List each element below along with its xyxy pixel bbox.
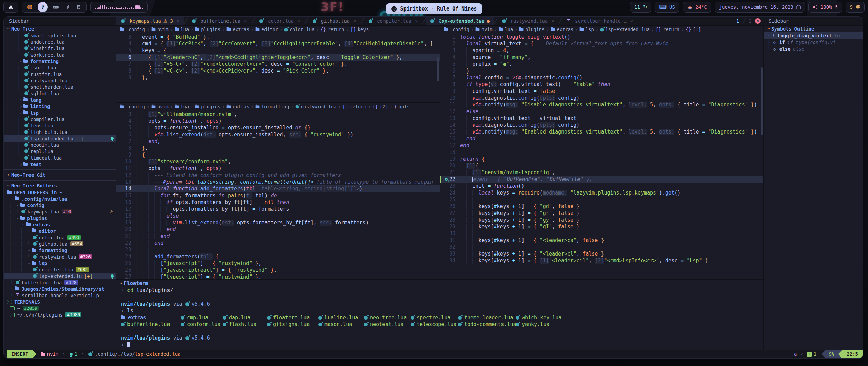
tree-item-isort-lua[interactable]: ▏ ▏ ▏ isort.lua — [4, 64, 116, 71]
tree-item-extras[interactable]: ▏ ▏ ›extras — [4, 221, 116, 228]
split-divider[interactable] — [116, 279, 763, 280]
copy-icon[interactable] — [63, 3, 71, 11]
tab-close-icon[interactable]: × — [297, 18, 300, 24]
launcher-button[interactable] — [3, 2, 18, 13]
code-line-19[interactable]: 19return { — [440, 156, 765, 162]
tree-item-editor[interactable]: ▏ ▏ ▏ ›editor — [4, 228, 116, 234]
code-line-13[interactable]: 13▏ ▏ config.virtual_text = virtual_text — [440, 115, 765, 122]
code-line-18[interactable]: 18 — [440, 149, 765, 156]
tree-item-config[interactable]: ▏ ›config — [4, 202, 116, 208]
tree-section-neo-tree-git[interactable]: ›Neo-Tree Git — [4, 171, 116, 178]
close-all-button[interactable]: × — [755, 18, 761, 24]
code-line-15[interactable]: 15▏ ▏ vim.notify(msg: "Enabled diagnosti… — [440, 128, 765, 135]
code-line-7[interactable]: 7▏ local config = vim.diagnostic.config(… — [440, 74, 765, 81]
code-line-20[interactable]: 20▏ ▏ ▏ ▏ ▏ end — [116, 226, 440, 233]
widget-notifications[interactable]: 9 — [846, 2, 865, 13]
tree-item-lsp[interactable]: ▏ ▏ ▏ ›lsp — [4, 260, 116, 266]
outline-item-toggle_diag_virtext[interactable]: ›ƒtoggle_diag_virtextfu — [764, 32, 863, 39]
code-line-27[interactable]: 27▏ ▏ ▏ ▏ ["typescript"] = { "rustywind"… — [116, 273, 440, 279]
code-line-25[interactable]: 25▏ ▏ ▏ — [440, 196, 765, 203]
tab-keymaps-lua[interactable]: keymaps.lua⚠3× — [116, 17, 184, 25]
split-divider[interactable] — [116, 102, 440, 103]
code-line-30[interactable]: 30▏ ▏ ▏ — [440, 230, 765, 237]
tab-rustywind-lua[interactable]: rustywind.lua× — [497, 17, 559, 25]
code-line-8[interactable]: 8▏ }, — [116, 145, 440, 151]
code-line-5[interactable]: 5▏ keys = { — [116, 47, 440, 54]
code-line-6[interactable]: 6▏ ▏ { [1]"<leader>uC", [2]"<cmd>CccHigh… — [116, 54, 440, 61]
tree-item-lsp[interactable]: ▏ ▏ ›lsp — [4, 109, 116, 116]
split-divider[interactable] — [116, 25, 116, 350]
tab-close-icon[interactable]: × — [630, 18, 633, 24]
code-line-23[interactable]: 23▏ ▏ ▏ — [116, 246, 440, 253]
tree-section-neo-tree[interactable]: ›Neo-Tree — [4, 25, 116, 32]
code-line-25[interactable]: 25▏ ▏ ▏ ▏ ["javascript"] = { "rustywind"… — [116, 260, 440, 267]
code-line-29[interactable]: 29▏ ▏ ▏ keys[#keys + 1] = { "gI", false … — [440, 223, 765, 230]
tree-item-formatting[interactable]: ▏ ▏ ›formatting — [4, 58, 116, 64]
widget-keyboard-layout[interactable]: ⌨US — [655, 2, 679, 13]
tree-item-bufferline-lua[interactable]: └ bufferline.lua#328 — [4, 279, 116, 286]
tree-section-neo-tree-buffers[interactable]: ›Neo-Tree Buffers — [4, 182, 116, 189]
code-line-28[interactable]: 28▏ ▏ ▏ keys[#keys + 1] = { "gy", false … — [440, 217, 765, 223]
tree-item--config-nvim-lua[interactable]: ›.config/nvim/lua — [4, 196, 116, 202]
code-line-26[interactable]: 26▏ ▏ ▏ ▏ ["javascriptreact"] = { "rusty… — [116, 267, 440, 273]
tree-item-open-buffers-in-~[interactable]: OPEN BUFFERS in ~ — [4, 189, 116, 196]
code-line-31[interactable]: 31▏ ▏ ▏ keys[#keys + 1] = { "<leader>ca"… — [440, 237, 765, 244]
code-line-18[interactable]: 18▏ ▏ ▏ ▏ ▏ else — [116, 212, 440, 219]
code-line-6[interactable]: 6▏ ▏ ▏ vim.list_extend(dst: opts.ensure_… — [116, 131, 440, 138]
code-line-9[interactable]: 9▏ { — [116, 151, 440, 158]
tree-item-keymaps-lua[interactable]: ▏ └ keymaps.lua#10⚠ — [4, 208, 116, 215]
code-line-4[interactable]: 4▏ ▏ opts = function(_, opts) — [116, 118, 440, 124]
tree-item-winshift-lua[interactable]: ▏ ▏ ▏ winshift.lua — [4, 45, 116, 52]
code-line-21[interactable]: 21▏ ▏ ▏ ▏ end — [116, 233, 440, 240]
scrollbar-handle[interactable] — [761, 67, 763, 135]
editor-pane-lsp-extended-lua[interactable]: .config›nvim›lua›plugins›extras›lsp›lsp-… — [440, 25, 765, 279]
tab-github-lua[interactable]: github.lua× — [308, 17, 361, 25]
scrollbar-handle[interactable] — [437, 57, 439, 81]
code-line-12[interactable]: 12▏ else — [440, 108, 765, 115]
tree-item-~[interactable]: ›_~#2859 — [4, 305, 116, 311]
code-line-16[interactable]: 16▏ end — [440, 135, 765, 142]
tree-item-neodim-lua[interactable]: ▏ ▏ ▏ neodim.lua — [4, 142, 116, 148]
code-line-21[interactable]: 21▏ ▏ [1]"neovim/nvim-lspconfig", — [440, 169, 765, 176]
widget-volume[interactable]: 100% — [808, 2, 842, 13]
code-line-2[interactable]: 2▏ local virtual_text = { -- Default vir… — [440, 40, 765, 47]
gamepad-icon[interactable] — [52, 3, 59, 11]
code-line-7[interactable]: 7▏ ▏ { [1]"<S-C>", [2]"<cmd>CccConvert<c… — [116, 61, 440, 67]
split-divider[interactable] — [440, 25, 440, 350]
tree-item-terminals[interactable]: ›_TERMINALS — [4, 299, 116, 305]
now-playing-widget[interactable]: Spiritbox - Rule Of Nines — [386, 3, 482, 14]
tree-item-lsp-extended-lu[interactable]: ▏ ▏ ▏ lsp-extended.lu[+] — [4, 135, 116, 142]
code-line-20[interactable]: 20▏ [1]{ — [440, 162, 765, 169]
vim-icon[interactable]: V — [38, 2, 48, 12]
code-line-4[interactable]: 4▏ cmd = { [1]"CccPick", [2]"CccConvert"… — [116, 40, 440, 47]
tree-item-worktree-lua[interactable]: ▏ ▏ └ worktree.lua — [4, 52, 116, 58]
code-line-4[interactable]: 4▏ ▏ source = "if_many", — [440, 54, 765, 61]
code-line-33[interactable]: 33▏ ▏ ▏ keys[#keys + 1] = { "<leader>cl"… — [440, 250, 765, 257]
code-line-27[interactable]: 27▏ ▏ ▏ keys[#keys + 1] = { "gr", false … — [440, 210, 765, 217]
code-line-13[interactable]: 13▏ ▏ ▏ ---@param tbl table<string, conf… — [116, 179, 440, 185]
code-line-3[interactable]: 3▏ ▏ [1]"williamboman/mason.nvim", — [116, 111, 440, 118]
code-line-3[interactable]: 3▏ ▏ spacing = 4, — [440, 47, 765, 54]
tab-close-icon[interactable]: × — [353, 18, 356, 24]
tree-item-test[interactable]: ▏ ▏ ›test — [4, 161, 116, 167]
tree-item-rustywind-lua[interactable]: ▏ ▏ ▏ └ rustywind.lua#726 — [4, 253, 116, 260]
code-line-5[interactable]: 5▏ ▏ prefix = "●", — [440, 61, 765, 67]
tree-item-plugins[interactable]: ▏ ›plugins — [4, 215, 116, 221]
code-line-3[interactable]: 3▏ event = { "BufRead" }, — [116, 34, 440, 40]
tree-item-lang[interactable]: ▏ ▏ ›lang — [4, 97, 116, 103]
code-line-22[interactable]: 22▏ ▏ event = { "BufReadPre", "BufNewFil… — [440, 176, 765, 183]
tab-bufferline-lua[interactable]: bufferline.lua× — [187, 17, 252, 25]
code-line-9[interactable]: 9▏ }, — [116, 74, 440, 81]
outline-item-if[interactable]: ├ ◇ifif type(config.vi — [764, 39, 863, 46]
tab-compiler-lua[interactable]: compiler.lua× — [364, 17, 423, 25]
code-line-26[interactable]: 26▏ ▏ ▏ keys[#keys + 1] = { "gd", false … — [440, 203, 765, 210]
code-line-1[interactable]: 1local function toggle_diag_virtext() — [440, 34, 765, 40]
workspace-switcher[interactable]: V — [22, 2, 87, 13]
tree-item-compiler-lua[interactable]: ▏ ▏ ▏ ▏ compiler.lua#682 — [4, 266, 116, 273]
tree-item-scrollbar-handle-vertical-p[interactable]: └ scrollbar-handle-vertical.p — [4, 292, 116, 299]
tree-item-compiler-lua[interactable]: ▏ ▏ ▏ compiler.lua — [4, 116, 116, 122]
tree-item-lens-lua[interactable]: ▏ ▏ ▏ lens.lua — [4, 122, 116, 129]
tree-item-timeout-lua[interactable]: ▏ ▏ └ timeout.lua — [4, 155, 116, 161]
code-line-10[interactable]: 10▏ ▏ [1]"stevearc/conform.nvim", — [116, 158, 440, 165]
code-line-24[interactable]: 24▏ ▏ ▏ local keys = require(modname: "l… — [440, 189, 765, 196]
